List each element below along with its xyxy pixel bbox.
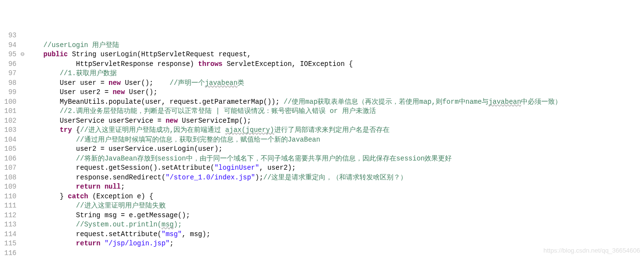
code-content: String msg = e.getMessage();: [27, 211, 190, 219]
code-line[interactable]: 113 //System.out.println(msg);: [0, 220, 644, 230]
code-token: [27, 221, 76, 228]
code-token: response.sendRedirect(: [27, 174, 166, 181]
line-number: 112: [0, 211, 20, 221]
code-token: MyBeanUtils.: [27, 98, 109, 106]
code-line[interactable]: 99 User user2 = new User();: [0, 88, 644, 97]
code-line[interactable]: 102 UserService userService = new UserSe…: [0, 116, 644, 126]
code-content: //userLogin 用户登陆: [27, 41, 119, 49]
line-number: 113: [0, 220, 20, 230]
code-token: User();: [125, 88, 157, 96]
code-token: catch: [68, 192, 88, 200]
code-line[interactable]: 104 //通过用户登陆时候填写的信息，获取到完整的信息，赋值给一个新的Java…: [0, 135, 644, 145]
code-token: try: [60, 126, 72, 134]
code-token: );: [173, 221, 182, 228]
code-token: [100, 183, 104, 191]
code-token: User();: [121, 79, 170, 87]
code-token: [27, 126, 60, 134]
line-number: 95: [0, 50, 20, 60]
code-content: User user = new User(); //声明一个javabean类: [27, 79, 244, 87]
code-token: throws: [198, 60, 222, 68]
line-number: 106: [0, 154, 20, 164]
code-token: new: [109, 79, 121, 87]
code-content: //System.out.println(msg);: [27, 221, 182, 228]
code-token: new: [112, 88, 125, 96]
code-line[interactable]: 101 //2.调用业务层登陆功能，判断是否可以正常登陆 | 可能错误情况：账号…: [0, 107, 644, 116]
code-content: //1.获取用户数据: [27, 69, 117, 77]
code-line[interactable]: 96 HttpServletResponse response) throws …: [0, 60, 644, 69]
code-line[interactable]: 98 User user = new User(); //声明一个javabea…: [0, 79, 644, 88]
code-token: //2.调用业务层登陆功能，判断是否可以正常登陆 | 可能错误情况：账号密码输入…: [60, 107, 376, 115]
line-number: 101: [0, 107, 20, 116]
line-number: 109: [0, 182, 20, 192]
line-number: 98: [0, 79, 20, 88]
code-content: } catch (Exception e) {: [27, 192, 153, 200]
code-line[interactable]: 103 try {//进入这里证明用户登陆成功,因为在前端通过 ajax(jqu…: [0, 126, 644, 135]
code-token: //System.out.println(: [76, 221, 161, 228]
code-content: MyBeanUtils.populate(user, request.getPa…: [27, 98, 562, 106]
code-token: 类: [237, 79, 244, 87]
code-token: new: [166, 117, 178, 125]
code-content: response.sendRedirect("/store_1.0/index.…: [27, 174, 407, 181]
code-token: ;: [170, 240, 173, 247]
line-number: 104: [0, 135, 20, 145]
code-line[interactable]: 97 //1.获取用户数据: [0, 69, 644, 79]
code-line[interactable]: 107 request.getSession().setAttribute("l…: [0, 163, 644, 173]
code-token: 进行了局部请求来判定用户名是否存在: [274, 126, 390, 134]
code-token: User user2 =: [27, 88, 112, 96]
code-line[interactable]: 105 user2 = userService.userLogin(user);: [0, 144, 644, 154]
code-line[interactable]: 94 //userLogin 用户登陆: [0, 41, 644, 50]
code-line[interactable]: 95⊖ public String userLogin(HttpServletR…: [0, 50, 644, 60]
code-token: );: [255, 174, 264, 181]
code-line[interactable]: 112 String msg = e.getMessage();: [0, 211, 644, 221]
code-token: //1.获取用户数据: [60, 69, 117, 77]
code-token: [27, 107, 60, 115]
code-token: msg: [161, 221, 173, 228]
line-number: 97: [0, 69, 20, 79]
code-content: public String userLogin(HttpServletReque…: [27, 50, 251, 58]
code-line[interactable]: 109 return null;: [0, 182, 644, 192]
code-token: //将新的JavaBean存放到session中，由于同一个域名下，不同子域名需…: [76, 155, 452, 162]
code-token: null: [105, 183, 121, 191]
code-line[interactable]: 106 //将新的JavaBean存放到session中，由于同一个域名下，不同…: [0, 154, 644, 164]
line-number: 94: [0, 41, 20, 50]
code-line[interactable]: 114 request.setAttribute("msg", msg);: [0, 230, 644, 240]
code-token: javabean: [205, 79, 237, 87]
code-content: //通过用户登陆时候填写的信息，获取到完整的信息，赋值给一个新的JavaBean: [27, 136, 320, 144]
code-token: [27, 155, 76, 162]
line-number: 116: [0, 249, 20, 256]
code-content: //将新的JavaBean存放到session中，由于同一个域名下，不同子域名需…: [27, 155, 452, 162]
code-token: UserService userService =: [27, 117, 166, 125]
code-content: return "/jsp/login.jsp";: [27, 240, 173, 247]
code-token: //这里是请求重定向，（和请求转发啥区别？）: [263, 174, 407, 181]
code-line[interactable]: 100 MyBeanUtils.populate(user, request.g…: [0, 97, 644, 107]
code-token: [27, 69, 60, 77]
code-token: "/jsp/login.jsp": [105, 240, 170, 247]
code-token: [27, 183, 76, 191]
fold-marker[interactable]: ⊖: [20, 50, 27, 60]
code-token: //进入这里证明用户登陆成功,因为在前端通过: [80, 126, 225, 134]
code-token: return: [76, 183, 100, 191]
code-line[interactable]: 111 //进入这里证明用户登陆失败: [0, 201, 644, 211]
code-content: HttpServletResponse response) throws Ser…: [27, 60, 353, 68]
code-token: ServletException, IOException {: [222, 60, 353, 68]
code-token: [27, 240, 76, 247]
code-token: , user2);: [259, 164, 296, 172]
line-number: 108: [0, 173, 20, 183]
code-line[interactable]: 93: [0, 31, 644, 41]
code-content: User user2 = new User();: [27, 88, 157, 96]
code-token: populate: [109, 98, 141, 106]
code-content: try {//进入这里证明用户登陆成功,因为在前端通过 ajax(jquery)…: [27, 126, 390, 134]
code-token: "loginUser": [214, 164, 259, 172]
code-token: //进入这里证明用户登陆失败: [76, 202, 166, 209]
code-line[interactable]: 108 response.sendRedirect("/store_1.0/in…: [0, 173, 644, 183]
code-token: return: [76, 240, 100, 247]
code-line[interactable]: 110 } catch (Exception e) {: [0, 192, 644, 202]
code-token: [27, 202, 76, 209]
line-number: 111: [0, 201, 20, 211]
code-content: return null;: [27, 183, 125, 191]
code-token: User user =: [27, 79, 109, 87]
code-token: [27, 50, 44, 58]
code-token: (Exception e) {: [88, 192, 153, 200]
code-editor[interactable]: 9394 //userLogin 用户登陆95⊖ public String u…: [0, 31, 644, 256]
line-number: 100: [0, 97, 20, 107]
